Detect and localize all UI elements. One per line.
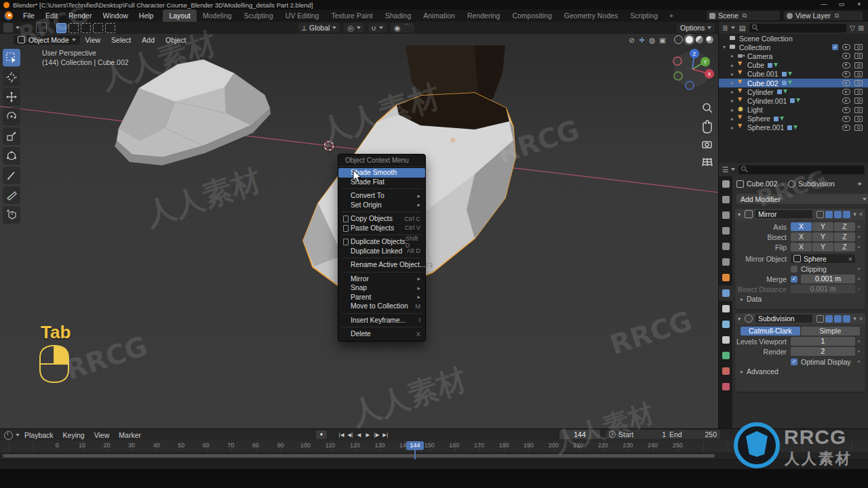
render[interactable]: [719, 192, 732, 207]
tweak-tool-icon[interactable]: [36, 22, 47, 33]
workspace-tab[interactable]: Sculpting: [238, 9, 279, 22]
current-frame-field[interactable]: 144: [559, 430, 600, 439]
ortho-grid-button[interactable]: [703, 158, 712, 166]
axis-button[interactable]: Z: [834, 222, 855, 231]
topbar-menu[interactable]: Help: [134, 12, 159, 20]
maximize-button[interactable]: ▭: [833, 0, 850, 9]
expand-icon[interactable]: ▾: [738, 211, 745, 218]
outliner-row-scene-collection[interactable]: Scene Collection: [719, 34, 868, 43]
proportional-edit-toggle[interactable]: ◉ ⌒: [391, 23, 414, 33]
prev-frame[interactable]: ◀: [355, 430, 363, 439]
flip-button[interactable]: Z: [834, 243, 855, 251]
workspace-tab[interactable]: Compositing: [506, 9, 557, 22]
viewport-menu[interactable]: View: [80, 36, 106, 44]
render-visibility-icon[interactable]: [854, 62, 863, 68]
gizmo-minus-z-axis[interactable]: [686, 81, 694, 89]
blender-logo-icon[interactable]: [4, 12, 13, 20]
outliner-row[interactable]: ▸ Sphere: [719, 115, 868, 123]
workspace-tab[interactable]: Shading: [379, 9, 418, 22]
show-in-editmode-toggle[interactable]: [825, 211, 833, 218]
eye-icon[interactable]: [842, 116, 850, 122]
annotate-tool[interactable]: [3, 167, 20, 184]
new-scene-icon[interactable]: ⧉: [743, 12, 747, 20]
add-cube-tool[interactable]: [3, 206, 20, 224]
render-visibility-icon[interactable]: [854, 53, 863, 59]
animate-dot[interactable]: [858, 361, 860, 363]
object-data[interactable]: [719, 348, 732, 363]
options-button[interactable]: Options: [677, 23, 715, 33]
prev-keyframe[interactable]: ◀|: [346, 430, 355, 439]
context-menu-item[interactable]: ▸: [342, 327, 422, 327]
animate-dot[interactable]: [858, 246, 860, 248]
context-menu-item[interactable]: ▸: [342, 313, 422, 314]
context-menu-item[interactable]: Shade Smooth ▸: [338, 168, 425, 178]
render-visibility-icon[interactable]: [854, 116, 863, 122]
outliner-editor-icon[interactable]: ≣: [722, 24, 728, 32]
play[interactable]: ▶: [363, 430, 372, 439]
animate-dot[interactable]: [858, 350, 860, 352]
disclosure-icon[interactable]: ▸: [731, 71, 738, 77]
disclosure-icon[interactable]: ▸: [731, 125, 738, 131]
disclosure-icon[interactable]: ▸: [731, 107, 738, 113]
outliner-row[interactable]: ▸ Cylinder.001: [719, 96, 868, 105]
context-menu-item[interactable]: Paste Objects Ctrl V ▸: [338, 224, 425, 233]
context-menu-item[interactable]: Move to Collection M ▸: [338, 302, 425, 311]
advanced-section-toggle[interactable]: ▸ Advanced: [735, 367, 865, 376]
workspace-tab[interactable]: Animation: [417, 9, 461, 22]
subdivision-algorithm-button[interactable]: Catmull-Clark: [741, 327, 800, 336]
outliner-row[interactable]: ▸ Cube.001: [719, 70, 868, 79]
merge-threshold-field[interactable]: 0.001 m: [801, 274, 855, 283]
disclosure-icon[interactable]: ▸: [731, 89, 738, 95]
animate-dot[interactable]: [858, 226, 860, 228]
remove-modifier-icon[interactable]: ×: [859, 211, 863, 218]
move-tool[interactable]: [3, 88, 20, 106]
auto-keying-toggle[interactable]: ●: [316, 430, 327, 439]
disclosure-icon[interactable]: ▸: [731, 62, 738, 68]
world[interactable]: [719, 254, 732, 270]
jump-to-start[interactable]: |◀: [337, 430, 346, 439]
measure-tool[interactable]: [3, 186, 20, 204]
cursor-tool[interactable]: [3, 68, 20, 86]
show-in-viewport-toggle[interactable]: [834, 211, 842, 218]
properties-editor-icon[interactable]: ☰: [722, 165, 728, 174]
context-menu-item[interactable]: ▸: [342, 188, 422, 189]
extras-dropdown-icon[interactable]: ▾: [853, 315, 856, 322]
render-visibility-icon[interactable]: [854, 125, 863, 131]
select-mode-intersect-icon[interactable]: [105, 23, 115, 33]
axis-button[interactable]: Y: [812, 222, 833, 231]
workspace-tab[interactable]: Texture Paint: [325, 9, 378, 22]
gizmo-minus-x-axis[interactable]: [673, 57, 682, 65]
bisect-button[interactable]: X: [791, 232, 812, 241]
next-keyframe[interactable]: |▶: [372, 430, 381, 439]
disclosure-icon[interactable]: ▸: [731, 80, 738, 86]
eye-icon[interactable]: [842, 98, 850, 104]
viewport-menu[interactable]: Add: [136, 36, 160, 44]
eye-icon[interactable]: [842, 44, 850, 50]
minimize-button[interactable]: —: [815, 0, 833, 9]
overlays-icon[interactable]: ◍: [649, 36, 655, 44]
eye-icon[interactable]: [842, 107, 850, 113]
data-section-toggle[interactable]: ▸ Data: [735, 294, 865, 304]
timeline-menu[interactable]: Marker: [114, 431, 146, 439]
eye-icon[interactable]: [842, 71, 850, 77]
active-tool-icon[interactable]: [3, 23, 13, 33]
new-collection-icon[interactable]: ⊞: [858, 24, 864, 32]
shading-solid-button[interactable]: [686, 36, 693, 43]
extras-dropdown-icon[interactable]: ▾: [853, 211, 856, 218]
context-menu-item[interactable]: Convert To ▸: [338, 191, 425, 201]
scene-selector[interactable]: Scene ⧉: [707, 11, 780, 20]
disclosure-icon[interactable]: ▸: [731, 116, 738, 122]
constraints[interactable]: [719, 332, 732, 348]
workspace-tab[interactable]: Modeling: [197, 9, 238, 22]
show-in-render-toggle[interactable]: [843, 315, 850, 323]
viewport-menu[interactable]: Select: [106, 36, 136, 44]
texture[interactable]: [719, 379, 732, 394]
modifiers[interactable]: [719, 285, 732, 301]
context-menu-item[interactable]: Mirror ▸: [338, 274, 425, 284]
add-workspace-button[interactable]: +: [664, 12, 679, 20]
render-visibility-icon[interactable]: [854, 98, 863, 104]
context-menu-item[interactable]: Duplicate Objects Shift D ▸: [338, 237, 425, 247]
outliner-row[interactable]: ▸ Cylinder: [719, 87, 868, 96]
context-menu-item[interactable]: Copy Objects Ctrl C ▸: [338, 214, 425, 224]
flip-button[interactable]: X: [791, 243, 812, 251]
